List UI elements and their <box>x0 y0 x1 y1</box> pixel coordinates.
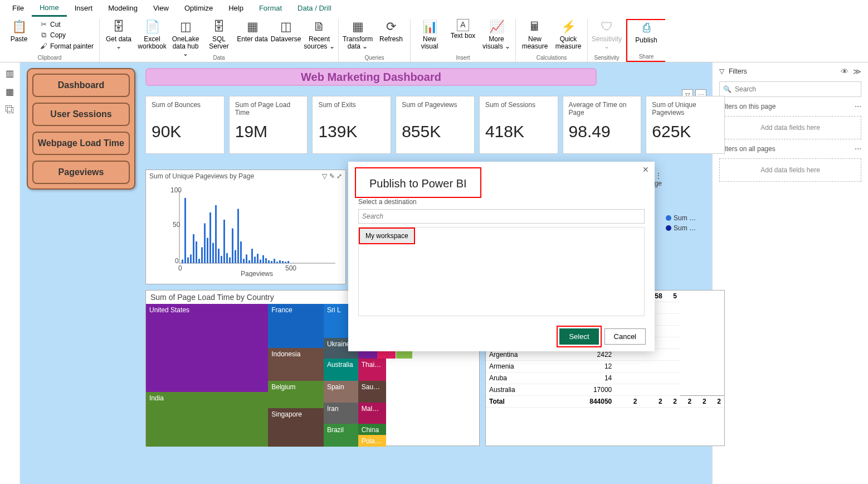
treemap-cell[interactable]: Brazil <box>324 424 358 447</box>
treemap-cell[interactable]: Mal… <box>358 403 386 423</box>
menu-data-drill[interactable]: Data / Drill <box>290 1 339 16</box>
kpi-label: Sum of Exits <box>318 101 385 118</box>
kpi-card[interactable]: Sum of Exits139K <box>312 96 391 154</box>
kpi-value: 418K <box>485 122 552 141</box>
kpi-card[interactable]: Average of Time on Page98.49 <box>563 96 642 154</box>
nav-user-sessions[interactable]: User Sessions <box>32 103 130 126</box>
filters-on-all-drop[interactable]: Add data fields here <box>719 158 861 182</box>
paste-button[interactable]: 📋Paste <box>3 19 35 50</box>
kpi-value: 19M <box>235 122 302 141</box>
menu-format[interactable]: Format <box>251 1 290 16</box>
filters-on-page-drop[interactable]: Add data fields here <box>719 116 861 139</box>
filters-collapse-icon[interactable]: ≫ <box>853 67 861 76</box>
treemap-cell[interactable]: United States <box>146 304 268 392</box>
treemap-cell[interactable]: Belgium <box>268 381 324 408</box>
menu-insert[interactable]: Insert <box>67 1 101 16</box>
kpi-card[interactable]: Sum of Page Load Time19M <box>229 96 308 154</box>
kpi-card[interactable]: Sum of Bounces90K <box>145 96 225 154</box>
svg-text:100: 100 <box>170 186 182 194</box>
transform-data-button[interactable]: ▦Transform data ⌄ <box>342 19 373 50</box>
queries-group-label: Queries <box>342 54 407 61</box>
filters-on-all-more[interactable]: ⋯ <box>855 145 861 153</box>
menu-view[interactable]: View <box>145 1 177 16</box>
treemap-cell[interactable]: China <box>358 424 386 435</box>
treemap-cell[interactable]: Iran <box>324 403 358 423</box>
format-painter-button[interactable]: 🖌Format painter <box>37 41 96 51</box>
treemap-cell[interactable]: Pola… <box>358 435 386 447</box>
refresh-button[interactable]: ⟳Refresh <box>376 19 407 50</box>
sql-server-button[interactable]: 🗄SQL Server <box>203 19 235 50</box>
kpi-label: Sum of Bounces <box>152 101 218 118</box>
text-box-button[interactable]: AText box <box>447 19 479 47</box>
treemap-cell[interactable]: Indonesia <box>268 348 324 381</box>
cut-button[interactable]: ✂Cut <box>37 19 96 30</box>
treemap-cell[interactable]: Spain <box>324 381 358 403</box>
table-total-row: Total844050222222 <box>486 396 724 408</box>
menu-home[interactable]: Home <box>32 0 67 17</box>
chart1-tools[interactable]: ▽ ✎ ⤢ <box>322 172 342 180</box>
treemap-cell[interactable]: Australia <box>324 359 358 380</box>
quick-measure-button[interactable]: ⚡Quick measure <box>553 19 584 50</box>
kpi-card[interactable]: Sum of Unique Pageviews625K <box>646 96 725 154</box>
recent-sources-button[interactable]: 🗎Recent sources ⌄ <box>304 19 335 50</box>
publish-dialog: ✕ Publish to Power BI Select a destinati… <box>348 162 655 351</box>
dialog-search[interactable] <box>358 209 645 224</box>
dialog-item-myworkspace[interactable]: My workspace <box>359 228 415 244</box>
model-view-icon[interactable]: ⿻ <box>6 105 14 115</box>
enter-data-button[interactable]: ▦Enter data <box>237 19 268 50</box>
filters-eye-icon[interactable]: 👁 <box>841 67 849 76</box>
kpi-label: Sum of Unique Pageviews <box>652 101 719 118</box>
treemap-cell[interactable]: India <box>146 392 268 447</box>
menu-help[interactable]: Help <box>221 1 251 16</box>
chart-unique-pageviews[interactable]: Sum of Unique Pageviews by Page ▽ ✎ ⤢ Su… <box>145 170 346 284</box>
kpi-value: 98.49 <box>569 122 636 141</box>
nav-pageviews[interactable]: Pageviews <box>32 161 130 184</box>
publish-button[interactable]: ⎙Publish <box>631 20 662 51</box>
treemap-cell[interactable]: Thai… <box>358 359 386 380</box>
dialog-search-input[interactable] <box>362 212 641 220</box>
filters-search-input[interactable] <box>735 85 857 93</box>
svg-rect-9 <box>190 254 192 263</box>
dialog-cancel-button[interactable]: Cancel <box>604 328 646 345</box>
new-measure-button[interactable]: 🖩New measure <box>519 19 550 50</box>
new-visual-button[interactable]: 📊New visual <box>414 19 445 50</box>
kpi-card[interactable]: Sum of Sessions418K <box>479 96 558 154</box>
insert-group-label: Insert <box>414 54 512 61</box>
table-row[interactable]: Aruba14 <box>486 372 724 384</box>
nav-webpage-load-time[interactable]: Webpage Load Time <box>32 132 130 155</box>
view-rail: ▥ ▦ ⿻ <box>0 62 20 484</box>
get-data-button[interactable]: 🗄Get data ⌄ <box>103 19 134 50</box>
clipboard-group-label: Clipboard <box>3 54 96 61</box>
more-visuals-button[interactable]: 📈More visuals ⌄ <box>481 19 512 50</box>
treemap-cell[interactable]: Sau… <box>358 381 386 403</box>
report-view-icon[interactable]: ▥ <box>6 68 14 79</box>
menu-file[interactable]: File <box>4 1 32 16</box>
dialog-destination-list[interactable]: My workspace <box>358 227 645 316</box>
table-view-icon[interactable]: ▦ <box>6 86 14 97</box>
chart1-svg: Sum of Unique Pageviews 100 50 0 0 500 P… <box>146 182 347 277</box>
svg-rect-7 <box>184 198 186 263</box>
table-row[interactable]: Australia17000 <box>486 384 724 396</box>
copy-button[interactable]: ⧉Copy <box>37 30 96 41</box>
onelake-button[interactable]: ◫OneLake data hub ⌄ <box>170 19 201 50</box>
dataverse-button[interactable]: ◫Dataverse <box>270 19 301 50</box>
svg-text:Pageviews: Pageviews <box>241 270 273 277</box>
kpi-card[interactable]: Sum of Pageviews855K <box>396 96 475 154</box>
filters-on-page-more[interactable]: ⋯ <box>855 103 861 110</box>
svg-rect-39 <box>274 259 275 263</box>
filters-search[interactable]: 🔍 <box>719 81 861 97</box>
svg-rect-12 <box>198 259 200 263</box>
svg-rect-36 <box>265 258 267 263</box>
dialog-select-button[interactable]: Select <box>559 328 598 345</box>
treemap-cell[interactable]: Singapore <box>268 408 324 447</box>
treemap-cell[interactable]: France <box>268 304 324 348</box>
table-row[interactable]: Armenia12 <box>486 361 724 372</box>
svg-rect-6 <box>182 260 183 264</box>
menu-modeling[interactable]: Modeling <box>100 1 145 16</box>
excel-workbook-button[interactable]: 📄Excel workbook <box>136 19 168 50</box>
nav-dashboard[interactable]: Dashboard <box>32 74 130 97</box>
dialog-close-icon[interactable]: ✕ <box>642 165 649 174</box>
svg-rect-17 <box>212 243 214 263</box>
svg-text:500: 500 <box>285 264 296 272</box>
menu-optimize[interactable]: Optimize <box>177 1 221 16</box>
